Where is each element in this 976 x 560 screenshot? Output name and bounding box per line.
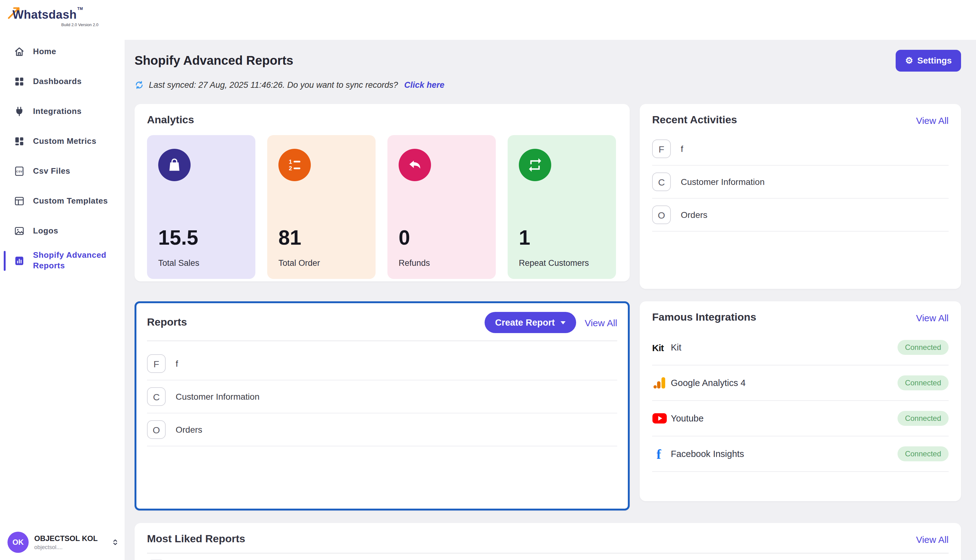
recent-activities-card: Recent Activities View All F f C Custome… — [640, 104, 961, 289]
sidebar-item-label: Custom Metrics — [33, 136, 96, 147]
recent-activities-view-all-link[interactable]: View All — [916, 115, 949, 125]
most-liked-view-all-link[interactable]: View All — [916, 534, 949, 545]
stat-card-refunds: 0 Refunds — [387, 135, 496, 279]
stat-card-total-order: 1 2 81 Total Order — [267, 135, 375, 279]
brand-name: WhatsdashTM — [12, 8, 125, 22]
list-item[interactable]: C Customer Information — [147, 380, 617, 413]
image-icon — [14, 225, 25, 237]
list-item[interactable]: O Orders — [652, 198, 949, 232]
stat-label: Total Sales — [158, 258, 247, 268]
integration-row[interactable]: f Facebook Insights Connected — [652, 437, 949, 472]
recent-activities-header: Recent Activities View All — [652, 114, 949, 127]
stat-card-total-sales: 15.5 Total Sales — [147, 135, 255, 279]
brand-build-version: Build 2.0 Version 2.0 — [12, 22, 98, 27]
reply-arrow-icon — [399, 149, 431, 181]
bag-icon — [158, 149, 190, 181]
report-name: Orders — [176, 425, 202, 435]
report-name: f — [176, 358, 178, 368]
integrations-view-all-link[interactable]: View All — [916, 312, 949, 323]
main-content: Shopify Advanced Reports ⚙ Settings Last… — [125, 40, 976, 560]
analytics-stats: 15.5 Total Sales 1 2 81 Total Order — [147, 135, 617, 279]
reports-actions: Create Report View All — [485, 312, 617, 333]
chevron-up-down-icon[interactable] — [111, 538, 120, 547]
reports-card: Reports Create Report View All F f — [135, 301, 630, 510]
sidebar-item-dashboards[interactable]: Dashboards — [0, 67, 125, 97]
plug-icon — [14, 106, 25, 117]
most-liked-header: Most Liked Reports View All — [147, 533, 949, 545]
stat-value: 81 — [279, 226, 367, 250]
youtube-icon — [652, 411, 671, 426]
divider — [147, 553, 949, 553]
stat-label: Repeat Customers — [519, 258, 607, 268]
sync-status-text: Last synced: 27 Aug, 2025 11:46:26. Do y… — [149, 80, 398, 89]
stat-label: Refunds — [399, 258, 487, 268]
google-analytics-icon — [652, 375, 671, 390]
sidebar-item-label: Logos — [33, 226, 58, 236]
sidebar-item-custom-templates[interactable]: Custom Templates — [0, 186, 125, 216]
stat-value: 1 — [519, 226, 607, 250]
report-name: Customer Information — [681, 177, 764, 187]
reports-view-all-link[interactable]: View All — [584, 317, 617, 328]
report-initial-avatar: F — [652, 140, 671, 158]
sidebar-item-csv-files[interactable]: CSV Csv Files — [0, 156, 125, 186]
svg-text:CSV: CSV — [16, 170, 23, 173]
integration-row[interactable]: Youtube Connected — [652, 401, 949, 437]
reports-header: Reports Create Report View All — [147, 312, 617, 333]
list-item[interactable]: C Customer Information — [652, 166, 949, 198]
repeat-icon — [519, 149, 551, 181]
user-meta: OBJECTSOL KOL objectsol.... — [34, 534, 111, 550]
create-report-label: Create Report — [495, 318, 555, 327]
integration-row[interactable]: Kit Kit Connected — [652, 330, 949, 365]
status-badge: Connected — [898, 375, 949, 390]
settings-button[interactable]: ⚙ Settings — [896, 50, 961, 71]
sync-status-row: Last synced: 27 Aug, 2025 11:46:26. Do y… — [135, 78, 961, 91]
sidebar-item-label: Integrations — [33, 106, 82, 117]
brand-logo[interactable]: WhatsdashTM Build 2.0 Version 2.0 — [0, 0, 125, 27]
list-item[interactable]: F f — [147, 347, 617, 380]
sidebar-item-logos[interactable]: Logos — [0, 216, 125, 246]
sidebar-nav: Home Dashboards Integrations — [0, 37, 125, 276]
integration-name: Google Analytics 4 — [671, 378, 746, 388]
settings-button-label: Settings — [918, 55, 952, 65]
page-header: Shopify Advanced Reports ⚙ Settings — [135, 48, 961, 72]
recent-activities-title: Recent Activities — [652, 114, 737, 127]
sidebar-item-shopify-advanced-reports[interactable]: Shopify Advanced Reports — [0, 246, 125, 276]
dashboards-icon — [14, 76, 25, 87]
reports-list: F f C Customer Information O Orders — [147, 347, 617, 447]
create-report-button[interactable]: Create Report — [485, 312, 576, 333]
sync-refresh-icon[interactable] — [135, 80, 144, 89]
analytics-header: Analytics — [147, 114, 617, 127]
sidebar-item-custom-metrics[interactable]: Custom Metrics — [0, 127, 125, 156]
home-icon — [14, 46, 25, 57]
kit-icon: Kit — [652, 342, 671, 353]
user-name: OBJECTSOL KOL — [34, 534, 111, 543]
list-item[interactable]: F f — [652, 133, 949, 166]
sidebar-item-integrations[interactable]: Integrations — [0, 97, 125, 127]
report-icon — [14, 255, 25, 267]
gear-icon: ⚙ — [905, 56, 913, 65]
stat-value: 15.5 — [158, 226, 247, 250]
sidebar: WhatsdashTM Build 2.0 Version 2.0 Home D… — [0, 0, 125, 560]
integration-name: Youtube — [671, 413, 704, 423]
report-initial-avatar: O — [652, 205, 671, 224]
sidebar-item-label: Home — [33, 47, 57, 57]
user-switcher[interactable]: OK OBJECTSOL KOL objectsol.... — [7, 532, 120, 553]
numbered-list-icon: 1 2 — [279, 149, 311, 181]
template-icon — [14, 195, 25, 207]
report-name: f — [681, 144, 683, 154]
integration-name: Kit — [671, 342, 681, 352]
list-item[interactable]: O Orders — [147, 413, 617, 447]
stat-card-repeat-customers: 1 Repeat Customers — [507, 135, 616, 279]
most-liked-title: Most Liked Reports — [147, 533, 245, 545]
sidebar-item-label: Csv Files — [33, 166, 70, 177]
sidebar-item-home[interactable]: Home — [0, 37, 125, 67]
metrics-icon — [14, 136, 25, 147]
app-canvas: WhatsdashTM Build 2.0 Version 2.0 Home D… — [0, 0, 976, 560]
sidebar-item-label: Shopify Advanced Reports — [33, 250, 113, 272]
stat-label: Total Order — [279, 258, 367, 268]
stat-value: 0 — [399, 226, 487, 250]
sync-click-here-link[interactable]: Click here — [404, 80, 444, 89]
integration-row[interactable]: Google Analytics 4 Connected — [652, 365, 949, 401]
user-subtitle: objectsol.... — [34, 544, 111, 550]
integration-name: Facebook Insights — [671, 449, 744, 459]
